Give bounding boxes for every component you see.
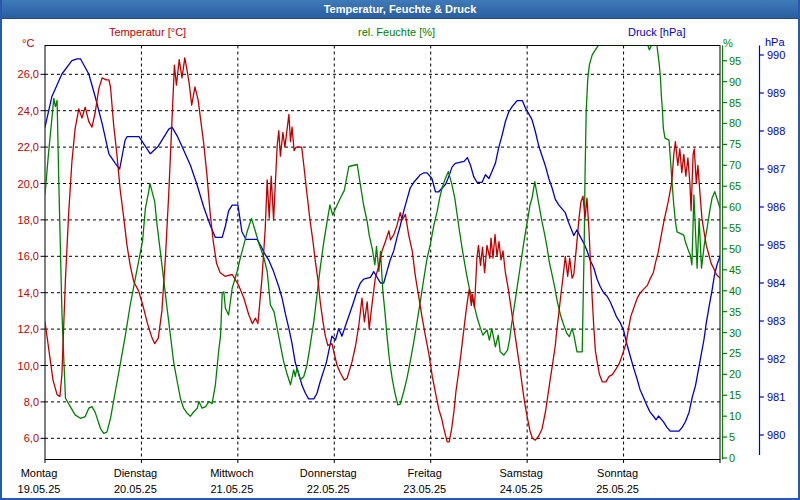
y-axis-pressure-tick-label: 985 bbox=[767, 239, 785, 251]
y-axis-percent-tick-label: 5 bbox=[729, 431, 735, 443]
y-axis-percent-tick-label: 75 bbox=[729, 138, 741, 150]
y-axis-pressure-tick-label: 982 bbox=[767, 353, 785, 365]
x-axis-day-name: Donnerstag bbox=[300, 467, 357, 479]
y-axis-temp-tick-label: 16,0 bbox=[18, 250, 39, 262]
plot-border bbox=[45, 46, 720, 460]
x-axis-day-name: Dienstag bbox=[114, 467, 157, 479]
y-axis-percent-tick-label: 80 bbox=[729, 117, 741, 129]
y-axis-temp-tick-label: 14,0 bbox=[18, 287, 39, 299]
x-axis-day-date: 20.05.25 bbox=[114, 483, 157, 495]
y-axis-pressure-tick-label: 984 bbox=[767, 277, 785, 289]
y-axis-percent-tick-label: 55 bbox=[729, 222, 741, 234]
x-axis-day-name: Mittwoch bbox=[210, 467, 253, 479]
y-axis-temp-tick-label: 6,0 bbox=[24, 432, 39, 444]
y-axis-percent-tick-label: 65 bbox=[729, 180, 741, 192]
y-axis-temp-tick-label: 8,0 bbox=[24, 396, 39, 408]
x-axis-day-name: Samstag bbox=[499, 467, 542, 479]
y-axis-temp-tick-label: 18,0 bbox=[18, 214, 39, 226]
y-axis-percent-tick-label: 45 bbox=[729, 264, 741, 276]
y-axis-pressure-tick-label: 988 bbox=[767, 125, 785, 137]
chart-plot-area: 26,024,022,020,018,016,014,012,010,08,06… bbox=[2, 0, 800, 500]
y-axis-percent-tick-label: 15 bbox=[729, 389, 741, 401]
y-axis-pressure-tick-label: 989 bbox=[767, 87, 785, 99]
x-axis-day-name: Freitag bbox=[408, 467, 442, 479]
y-axis-temp-tick-label: 24,0 bbox=[18, 105, 39, 117]
y-axis-pressure-tick-label: 980 bbox=[767, 429, 785, 441]
x-axis-day-date: 25.05.25 bbox=[596, 483, 639, 495]
y-axis-percent-tick-label: 90 bbox=[729, 76, 741, 88]
weather-chart-window: Temperatur, Feuchte & Druck Temperatur [… bbox=[0, 0, 800, 500]
y-axis-temp-tick-label: 12,0 bbox=[18, 323, 39, 335]
x-axis-day-date: 22.05.25 bbox=[307, 483, 350, 495]
y-axis-pressure-tick-label: 981 bbox=[767, 391, 785, 403]
y-axis-temp-tick-label: 20,0 bbox=[18, 178, 39, 190]
y-axis-temp-tick-label: 26,0 bbox=[18, 68, 39, 80]
y-axis-temp-tick-label: 22,0 bbox=[18, 141, 39, 153]
y-axis-pressure-tick-label: 990 bbox=[767, 49, 785, 61]
x-axis-day-name: Montag bbox=[21, 467, 58, 479]
y-axis-percent-tick-label: 35 bbox=[729, 306, 741, 318]
y-axis-percent-tick-label: 60 bbox=[729, 201, 741, 213]
y-axis-percent-tick-label: 30 bbox=[729, 327, 741, 339]
y-axis-percent-tick-label: 95 bbox=[729, 55, 741, 67]
y-axis-percent-tick-label: 25 bbox=[729, 347, 741, 359]
y-axis-percent-tick-label: 10 bbox=[729, 410, 741, 422]
x-axis-day-date: 19.05.25 bbox=[18, 483, 61, 495]
y-axis-temp-tick-label: 10,0 bbox=[18, 360, 39, 372]
y-axis-percent-tick-label: 0 bbox=[729, 452, 735, 464]
y-axis-pressure-tick-label: 983 bbox=[767, 315, 785, 327]
y-axis-percent-tick-label: 40 bbox=[729, 285, 741, 297]
y-axis-percent-tick-label: 70 bbox=[729, 159, 741, 171]
y-axis-pressure-tick-label: 986 bbox=[767, 201, 785, 213]
y-axis-percent-tick-label: 85 bbox=[729, 97, 741, 109]
x-axis-day-date: 24.05.25 bbox=[500, 483, 543, 495]
x-axis-day-name: Sonntag bbox=[597, 467, 638, 479]
y-axis-percent-tick-label: 20 bbox=[729, 368, 741, 380]
x-axis-day-date: 23.05.25 bbox=[403, 483, 446, 495]
x-axis-day-date: 21.05.25 bbox=[210, 483, 253, 495]
y-axis-percent-tick-label: 50 bbox=[729, 243, 741, 255]
y-axis-pressure-tick-label: 987 bbox=[767, 163, 785, 175]
